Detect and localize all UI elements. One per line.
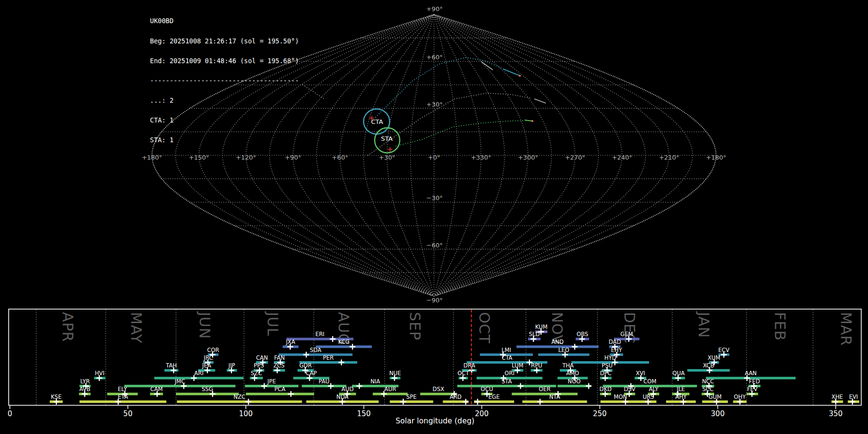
shower-code-label: NCC bbox=[702, 378, 714, 385]
x-axis-title: Solar longitude (deg) bbox=[395, 417, 475, 425]
shower-pau: PAU bbox=[302, 378, 346, 389]
shower-code-label: EGE bbox=[488, 393, 500, 400]
equator-longitude-label: +330° bbox=[471, 154, 491, 161]
activity-bar bbox=[80, 400, 166, 403]
meteor-end-dot bbox=[519, 75, 521, 77]
latitude-label: −60° bbox=[426, 242, 443, 249]
shower-oct: OCT bbox=[458, 370, 470, 381]
shower-code-label: JEA bbox=[202, 362, 211, 369]
shower-code-label: COR bbox=[207, 347, 219, 353]
shower-code-label: PAU bbox=[319, 378, 329, 385]
shower-tah: TAH bbox=[164, 362, 178, 373]
shower-code-label: NTA bbox=[549, 393, 560, 400]
shower-code-label: URS bbox=[643, 393, 654, 400]
shower-qua: QUA bbox=[672, 370, 685, 381]
shower-code-label: KSE bbox=[51, 393, 62, 400]
equator-longitude-label: +270° bbox=[565, 154, 585, 161]
shower-code-label: PSU bbox=[602, 362, 613, 369]
shower-obs: OBS bbox=[576, 331, 589, 342]
shower-hvi: HVI bbox=[94, 370, 105, 381]
latitude-label: +90° bbox=[426, 5, 443, 13]
equator-longitude-label: +300° bbox=[518, 154, 538, 161]
peak-marker bbox=[517, 383, 523, 389]
month-label-jun: JUN bbox=[196, 311, 213, 339]
peak-marker bbox=[330, 336, 336, 342]
shower-code-label: LMI bbox=[502, 347, 511, 353]
shower-code-label: ETA bbox=[118, 393, 128, 400]
shower-code-label: NIA bbox=[370, 378, 380, 385]
shower-code-label: FEV bbox=[747, 386, 758, 393]
cta-count: CTA: 1 bbox=[150, 117, 299, 124]
shower-code-label: TAH bbox=[165, 362, 177, 369]
shower-ahy: AHY bbox=[666, 393, 696, 405]
shower-ege: EGE bbox=[474, 393, 514, 405]
activity-bar bbox=[522, 400, 587, 403]
shower-cam: CAM bbox=[150, 386, 163, 397]
shower-code-label: SSG bbox=[202, 386, 213, 393]
shower-code-label: ECV bbox=[719, 347, 730, 353]
shower-code-label: SCC bbox=[702, 386, 713, 393]
shower-code-label: QUA bbox=[673, 370, 685, 377]
shower-code-label: ARI bbox=[194, 370, 203, 377]
shower-zcs: ZCS bbox=[273, 362, 285, 373]
shower-ssg: SSG bbox=[176, 386, 239, 397]
activity-period-chart: APRMAYJUNJULAUGSEPOCTNOVDECJANFEBMAR KUM… bbox=[8, 309, 861, 425]
month-label-jan: JAN bbox=[695, 311, 712, 338]
begin-time-line: Beg: 20251008 21:26:17 (sol = 195.50°) bbox=[150, 38, 299, 45]
sporadic-drift-trail-2 bbox=[368, 93, 532, 155]
shower-code-label: KUM bbox=[535, 324, 548, 330]
activity-bar bbox=[124, 385, 235, 387]
shower-code-label: KCG bbox=[338, 339, 350, 345]
radiant-label-cta: CTA bbox=[371, 118, 383, 125]
peak-marker bbox=[400, 399, 406, 405]
shower-code-label: RPU bbox=[531, 362, 542, 369]
x-axis-tick-label: 350 bbox=[829, 409, 843, 418]
shower-code-label: AUD bbox=[341, 386, 353, 393]
sporadic-drift-trail-1 bbox=[303, 85, 324, 99]
shower-code-label: OCT bbox=[458, 370, 470, 377]
shower-code-label: AUR bbox=[384, 386, 396, 393]
station-id: UK00BD bbox=[150, 18, 299, 25]
shower-nda: NDA bbox=[306, 393, 379, 405]
shower-code-label: GEM bbox=[620, 331, 633, 338]
shower-code-label: XHE bbox=[831, 393, 843, 400]
shower-code-label: LUM bbox=[512, 362, 523, 369]
equator-longitude-label: +180° bbox=[706, 154, 726, 161]
x-axis-tick-label: 150 bbox=[357, 409, 371, 418]
shower-code-label: PCA bbox=[274, 386, 285, 393]
latitude-label: +60° bbox=[426, 54, 443, 61]
shower-code-label: HYD bbox=[604, 354, 616, 361]
sta-count: STA: 1 bbox=[150, 137, 299, 144]
shower-fev: FEV bbox=[746, 386, 758, 397]
shower-code-label: PPS bbox=[254, 362, 264, 369]
month-label-may: MAY bbox=[128, 312, 145, 343]
equator-longitude-label: +30° bbox=[379, 154, 395, 161]
activity-bar bbox=[316, 345, 372, 348]
shower-code-label: DPC bbox=[600, 370, 611, 377]
shower-code-label: THA bbox=[562, 362, 574, 369]
radiant-cross-sta bbox=[388, 147, 393, 152]
shower-code-label: ARD bbox=[449, 393, 461, 400]
activity-bar bbox=[302, 385, 346, 387]
shower-code-label: LEO bbox=[558, 347, 570, 353]
peak-marker bbox=[537, 399, 543, 405]
shower-code-label: ZCS bbox=[273, 362, 285, 369]
equator-longitude-label: +240° bbox=[612, 154, 632, 161]
shower-code-label: CAP bbox=[306, 370, 317, 377]
shower-code-label: AVB bbox=[79, 386, 90, 393]
shower-code-label: FAN bbox=[274, 354, 285, 361]
x-axis-tick-label: 100 bbox=[239, 409, 253, 418]
peak-marker bbox=[261, 383, 267, 389]
shower-code-label: DSX bbox=[433, 386, 444, 393]
radiant-activity-figure: +180°+150°+120°+90°+60°+30°+0°+330°+300°… bbox=[0, 0, 868, 434]
x-axis-tick-label: 200 bbox=[475, 409, 489, 418]
shower-xcb: XCB bbox=[687, 362, 730, 373]
shower-code-label: SDA bbox=[310, 347, 321, 353]
shower-nue: NUE bbox=[389, 370, 401, 381]
month-label-apr: APR bbox=[59, 312, 76, 342]
observation-summary: UK00BD Beg: 20251008 21:26:17 (sol = 195… bbox=[150, 5, 299, 157]
shower-code-label: ELY bbox=[118, 386, 127, 393]
shower-code-label: AND bbox=[552, 339, 564, 345]
shower-code-label: CAM bbox=[150, 386, 163, 393]
shower-code-label: DRA bbox=[463, 362, 475, 369]
